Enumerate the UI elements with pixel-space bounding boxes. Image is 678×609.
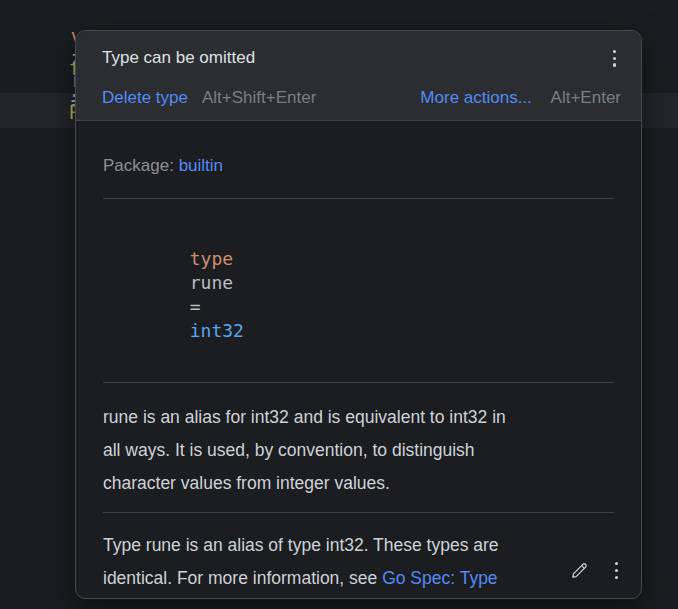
delete-type-shortcut: Alt+Shift+Enter bbox=[202, 88, 316, 108]
signature-token-equals: = bbox=[190, 296, 212, 317]
delete-type-action[interactable]: Delete type bbox=[102, 88, 188, 108]
doc-paragraph-1-line-2: all ways. It is used, by convention, to … bbox=[103, 434, 614, 467]
signature-token-type: type bbox=[190, 248, 244, 269]
ide-screen: var z rune = '中' fmt . Pri Type can be o… bbox=[0, 0, 678, 609]
doc-paragraph-2-line-2: identical. For more information, see Go … bbox=[103, 562, 614, 595]
doc-paragraph-1-line-1: rune is an alias for int32 and is equiva… bbox=[103, 401, 614, 434]
go-spec-type-identity-link[interactable]: Go Spec: Type bbox=[382, 568, 497, 588]
kebab-icon bbox=[613, 50, 616, 67]
signature-token-rune: rune bbox=[190, 272, 244, 293]
doc-paragraph-1-line-3: character values from integer values. bbox=[103, 467, 614, 500]
popup-footer bbox=[561, 556, 625, 585]
divider bbox=[103, 198, 614, 199]
footer-more-options-button[interactable] bbox=[608, 559, 625, 582]
kebab-icon bbox=[615, 562, 618, 579]
intention-actions-row: Delete type Alt+Shift+Enter More actions… bbox=[102, 88, 623, 108]
signature-token-int32: int32 bbox=[190, 320, 244, 341]
popup-body: Package: builtin type rune = int32 rune … bbox=[76, 154, 641, 599]
popup-title: Type can be omitted bbox=[102, 47, 255, 69]
documentation-popup: Type can be omitted Delete type Alt+Shif… bbox=[75, 30, 642, 599]
doc-paragraph-1: rune is an alias for int32 and is equiva… bbox=[103, 401, 614, 500]
divider bbox=[103, 382, 614, 383]
more-actions-shortcut: Alt+Enter bbox=[551, 88, 621, 107]
header-more-options-button[interactable] bbox=[606, 47, 623, 70]
doc-paragraph-2-line-2-text: identical. For more information, see bbox=[103, 568, 382, 588]
type-signature: type rune = int32 bbox=[103, 223, 614, 367]
package-label: Package: bbox=[103, 156, 174, 175]
edit-documentation-button[interactable] bbox=[561, 556, 598, 585]
popup-header: Type can be omitted Delete type Alt+Shif… bbox=[76, 31, 641, 121]
pencil-icon bbox=[569, 560, 590, 581]
more-actions-link[interactable]: More actions... bbox=[420, 88, 532, 107]
divider bbox=[103, 512, 614, 513]
doc-paragraph-2-line-1: Type rune is an alias of type int32. The… bbox=[103, 529, 614, 562]
doc-paragraph-2: Type rune is an alias of type int32. The… bbox=[103, 529, 614, 599]
package-builtin-link[interactable]: builtin bbox=[179, 156, 223, 175]
package-row: Package: builtin bbox=[103, 154, 614, 177]
doc-paragraph-2-line-3: identity↗ bbox=[103, 595, 614, 599]
